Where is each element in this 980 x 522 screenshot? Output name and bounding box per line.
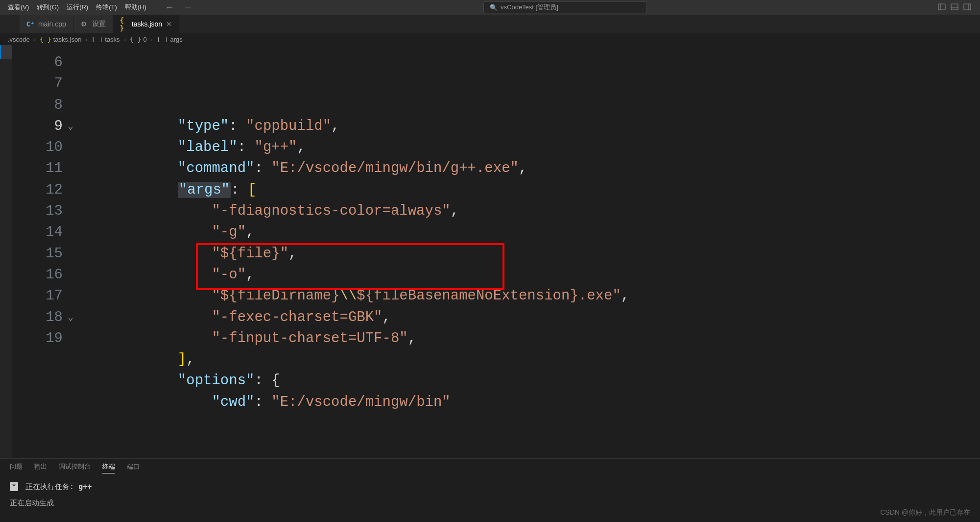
code-line[interactable]: "command": "E:/vscode/mingw/bin/g++.exe"… xyxy=(75,158,980,179)
breadcrumb[interactable]: .vscode › { } tasks.json › [ ] tasks › {… xyxy=(0,33,980,45)
line-number: 19 xyxy=(12,328,63,349)
line-number: 17 xyxy=(12,285,63,306)
panel-tabs: 问题 输出 调试控制台 终端 端口 xyxy=(10,459,970,476)
line-number: 11 xyxy=(12,158,63,179)
layout-panel-bottom-icon[interactable] xyxy=(951,3,958,12)
terminal-task-name: g++ xyxy=(78,482,92,491)
breadcrumb-segment[interactable]: .vscode xyxy=(8,36,30,43)
panel-tab-output[interactable]: 输出 xyxy=(34,462,47,473)
line-number: 6 xyxy=(12,52,63,73)
nav-forward-icon[interactable]: → xyxy=(184,2,192,13)
panel-tab-problems[interactable]: 问题 xyxy=(10,462,23,473)
menu-terminal[interactable]: 终端(T) xyxy=(92,3,121,12)
tab-label: main.cpp xyxy=(38,20,66,28)
array-icon: [ ] xyxy=(92,36,103,43)
svg-rect-2 xyxy=(951,4,958,10)
menu-goto[interactable]: 转到(G) xyxy=(33,3,63,12)
tab-tasks-json[interactable]: { } tasks.json ✕ xyxy=(113,15,179,33)
breadcrumb-segment[interactable]: 0 xyxy=(143,36,146,43)
panel-tab-terminal[interactable]: 终端 xyxy=(102,462,115,473)
code-line[interactable]: "-g", xyxy=(75,222,980,243)
svg-rect-4 xyxy=(964,4,971,10)
line-numbers: 678910111213141516171819 xyxy=(12,45,75,458)
tab-label: tasks.json xyxy=(132,20,162,28)
editor: 678910111213141516171819 "type": "cppbui… xyxy=(0,45,980,458)
svg-rect-0 xyxy=(938,4,945,10)
code-line[interactable]: "args": [ xyxy=(75,179,980,200)
menubar: 查看(V) 转到(G) 运行(R) 终端(T) 帮助(H) xyxy=(4,3,150,12)
line-number: 12 xyxy=(12,179,63,200)
layout-panel-right-icon[interactable] xyxy=(963,3,971,12)
line-number: 14 xyxy=(12,222,63,243)
tab-settings[interactable]: ⚙ 设置 xyxy=(73,15,113,33)
line-number: 13 xyxy=(12,200,63,222)
nav-arrows: ← → xyxy=(165,2,192,13)
search-icon: 🔍 xyxy=(490,4,498,11)
array-icon: [ ] xyxy=(157,36,168,43)
terminal-prompt-icon: * xyxy=(10,482,18,491)
menu-run[interactable]: 运行(R) xyxy=(63,3,92,12)
line-number: 15 xyxy=(12,243,63,264)
code-line[interactable]: ], xyxy=(75,349,980,370)
line-number: 8 xyxy=(12,95,63,116)
breadcrumb-segment[interactable]: tasks.json xyxy=(53,36,82,43)
settings-icon: ⚙ xyxy=(80,20,88,28)
object-icon: { } xyxy=(130,36,141,43)
terminal-output[interactable]: * 正在执行任务: g++ 正在启动生成 xyxy=(10,476,970,514)
chevron-right-icon: › xyxy=(34,36,36,43)
activity-bar-fragment xyxy=(0,45,12,458)
watermark: CSDN @你好，此用户已存在 xyxy=(880,508,970,517)
layout-controls xyxy=(938,3,971,12)
line-number: 16 xyxy=(12,264,63,285)
line-number: 9 xyxy=(12,116,63,137)
line-number: 10 xyxy=(12,137,63,158)
title-bar: 查看(V) 转到(G) 运行(R) 终端(T) 帮助(H) ← → 🔍 vsCo… xyxy=(0,0,980,15)
chevron-right-icon: › xyxy=(124,36,126,43)
code-line[interactable]: "-fdiagnostics-color=always", xyxy=(75,200,980,222)
tab-label: 设置 xyxy=(92,20,106,28)
code-area[interactable]: "type": "cppbuild", "label": "g++", "com… xyxy=(75,45,980,458)
json-file-icon: { } xyxy=(40,36,51,43)
cpp-file-icon: C⁺ xyxy=(26,20,34,28)
code-line[interactable]: "${fileDirname}\\${fileBasenameNoExtensi… xyxy=(75,285,980,306)
chevron-right-icon: › xyxy=(85,36,87,43)
menu-view[interactable]: 查看(V) xyxy=(4,3,33,12)
panel-tab-ports[interactable]: 端口 xyxy=(127,462,140,473)
layout-panel-left-icon[interactable] xyxy=(938,3,946,12)
breadcrumb-segment[interactable]: tasks xyxy=(105,36,120,43)
command-center[interactable]: 🔍 vsCodeTest [管理员] xyxy=(483,1,647,13)
nav-back-icon[interactable]: ← xyxy=(165,2,174,13)
code-line[interactable]: "-finput-charset=UTF-8", xyxy=(75,328,980,349)
command-center-text: vsCodeTest [管理员] xyxy=(501,3,558,12)
menu-help[interactable]: 帮助(H) xyxy=(121,3,150,12)
code-line[interactable]: "options": { xyxy=(75,370,980,391)
code-line[interactable]: "cwd": "E:/vscode/mingw/bin" xyxy=(75,392,980,413)
terminal-text: 正在执行任务: xyxy=(25,482,78,491)
editor-tabs: C⁺ main.cpp ⚙ 设置 { } tasks.json ✕ xyxy=(0,15,980,33)
code-line[interactable]: "-fexec-charset=GBK", xyxy=(75,307,980,328)
line-number: 7 xyxy=(12,73,63,94)
line-number: 18 xyxy=(12,307,63,328)
chevron-right-icon: › xyxy=(151,36,153,43)
bottom-panel: 问题 输出 调试控制台 终端 端口 * 正在执行任务: g++ 正在启动生成 xyxy=(0,458,980,522)
panel-tab-debug-console[interactable]: 调试控制台 xyxy=(59,462,91,473)
json-file-icon: { } xyxy=(120,20,128,28)
tab-main-cpp[interactable]: C⁺ main.cpp xyxy=(20,15,73,33)
code-line[interactable]: "${file}", xyxy=(75,243,980,264)
activity-selected[interactable] xyxy=(0,45,12,59)
terminal-text: 正在启动生成 xyxy=(10,498,970,508)
close-icon[interactable]: ✕ xyxy=(166,20,172,28)
breadcrumb-segment[interactable]: args xyxy=(170,36,183,43)
code-line[interactable]: "type": "cppbuild", xyxy=(75,116,980,137)
code-line[interactable]: "label": "g++", xyxy=(75,137,980,158)
code-line[interactable]: "-o", xyxy=(75,264,980,285)
